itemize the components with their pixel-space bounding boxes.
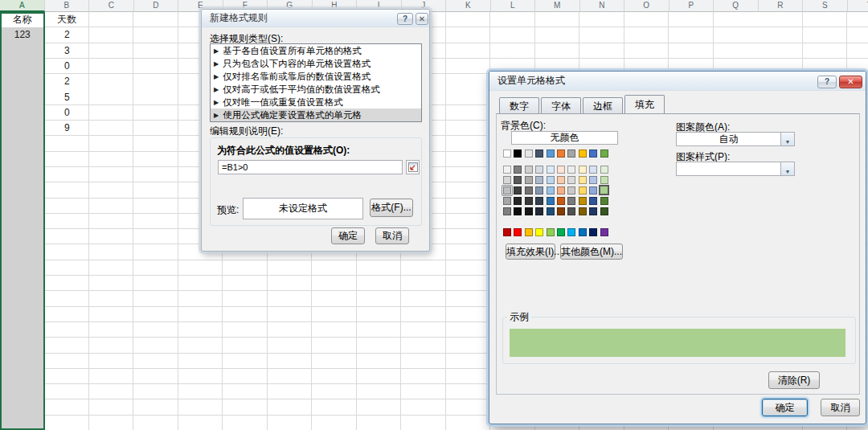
close-icon[interactable]: ✕ bbox=[416, 13, 428, 25]
cell-B6[interactable]: 5 bbox=[45, 90, 90, 105]
help-button[interactable]: ? bbox=[817, 76, 837, 88]
rule-type-option[interactable]: ▶只为包含以下内容的单元格设置格式 bbox=[211, 57, 421, 70]
color-swatch[interactable] bbox=[547, 186, 555, 195]
tab-边框[interactable]: 边框 bbox=[583, 97, 623, 113]
color-swatch[interactable] bbox=[514, 176, 522, 184]
color-swatch[interactable] bbox=[503, 166, 511, 174]
color-swatch[interactable] bbox=[525, 197, 533, 205]
rule-type-option[interactable]: ▶基于各自值设置所有单元格的格式 bbox=[211, 44, 421, 57]
color-swatch[interactable] bbox=[600, 207, 608, 215]
dropdown-arrow-icon[interactable]: ▼ bbox=[780, 162, 794, 175]
color-swatch[interactable] bbox=[547, 166, 555, 174]
color-swatch[interactable] bbox=[535, 176, 543, 184]
color-swatch[interactable] bbox=[503, 186, 511, 195]
color-swatch[interactable] bbox=[535, 186, 543, 195]
color-swatch[interactable] bbox=[503, 228, 511, 236]
color-swatch[interactable] bbox=[514, 197, 522, 205]
color-swatch[interactable] bbox=[547, 228, 555, 236]
color-swatch[interactable] bbox=[525, 149, 533, 158]
cell-B5[interactable]: 2 bbox=[45, 74, 90, 89]
color-swatch[interactable] bbox=[589, 207, 597, 215]
color-swatch[interactable] bbox=[525, 207, 533, 215]
color-swatch[interactable] bbox=[600, 176, 608, 184]
column-header-A[interactable]: A bbox=[0, 0, 45, 12]
color-swatch[interactable] bbox=[600, 197, 608, 205]
ok-button[interactable]: 确定 bbox=[762, 399, 808, 416]
color-swatch[interactable] bbox=[535, 149, 543, 158]
dialog-titlebar[interactable]: 新建格式规则 bbox=[202, 10, 429, 27]
pattern-color-dropdown[interactable]: 自动 ▼ bbox=[676, 132, 795, 146]
rule-type-option[interactable]: ▶使用公式确定要设置格式的单元格 bbox=[211, 109, 421, 121]
color-swatch[interactable] bbox=[600, 228, 608, 236]
no-color-button[interactable]: 无颜色 bbox=[511, 131, 618, 145]
column-header-C[interactable]: C bbox=[89, 0, 134, 12]
color-swatch[interactable] bbox=[557, 197, 565, 205]
color-swatch[interactable] bbox=[589, 186, 597, 195]
more-colors-button[interactable]: 其他颜色(M)... bbox=[560, 244, 623, 260]
column-header-R[interactable]: R bbox=[759, 0, 804, 12]
rule-type-option[interactable]: ▶仅对唯一值或重复值设置格式 bbox=[211, 96, 421, 109]
column-header-B[interactable]: B bbox=[45, 0, 90, 12]
ok-button[interactable]: 确定 bbox=[331, 227, 365, 244]
color-swatch[interactable] bbox=[514, 228, 522, 236]
color-swatch[interactable] bbox=[503, 207, 511, 215]
cancel-button[interactable]: 取消 bbox=[375, 227, 409, 244]
cell-B2[interactable]: 2 bbox=[45, 27, 90, 43]
help-button[interactable]: ? bbox=[397, 13, 413, 25]
column-header-K[interactable]: K bbox=[446, 0, 491, 12]
rule-type-listbox[interactable]: ▶基于各自值设置所有单元格的格式▶只为包含以下内容的单元格设置格式▶仅对排名靠前… bbox=[210, 43, 422, 122]
color-swatch[interactable] bbox=[579, 149, 587, 158]
color-swatch[interactable] bbox=[567, 228, 575, 236]
color-swatch[interactable] bbox=[547, 149, 555, 158]
color-swatch[interactable] bbox=[547, 207, 555, 215]
color-swatch[interactable] bbox=[525, 228, 533, 236]
color-swatch[interactable] bbox=[567, 197, 575, 205]
color-swatch[interactable] bbox=[599, 185, 609, 195]
cell-B1[interactable]: 天数 bbox=[45, 12, 90, 27]
color-swatch[interactable] bbox=[589, 149, 597, 158]
color-swatch[interactable] bbox=[589, 197, 597, 205]
color-swatch[interactable] bbox=[535, 197, 543, 205]
color-swatch[interactable] bbox=[589, 166, 597, 174]
color-swatch[interactable] bbox=[514, 186, 522, 195]
cell-B3[interactable]: 3 bbox=[45, 43, 90, 59]
color-swatch[interactable] bbox=[579, 207, 587, 215]
color-swatch[interactable] bbox=[503, 176, 511, 184]
column-header-D[interactable]: D bbox=[134, 0, 179, 12]
color-swatch[interactable] bbox=[567, 186, 575, 195]
rule-type-option[interactable]: ▶仅对高于或低于平均值的数值设置格式 bbox=[211, 83, 421, 96]
dropdown-arrow-icon[interactable]: ▼ bbox=[780, 133, 794, 145]
color-swatch[interactable] bbox=[525, 176, 533, 184]
color-swatch[interactable] bbox=[589, 176, 597, 184]
color-swatch[interactable] bbox=[579, 176, 587, 184]
color-swatch[interactable] bbox=[535, 228, 543, 236]
cell-B4[interactable]: 0 bbox=[45, 59, 90, 74]
color-swatch[interactable] bbox=[579, 186, 587, 195]
color-swatch[interactable] bbox=[547, 197, 555, 205]
color-swatch[interactable] bbox=[567, 149, 575, 158]
color-swatch[interactable] bbox=[503, 149, 511, 158]
column-header-L[interactable]: L bbox=[491, 0, 536, 12]
color-swatch[interactable] bbox=[600, 166, 608, 174]
cell-A2[interactable]: 123 bbox=[0, 27, 45, 43]
column-header-T[interactable]: T bbox=[848, 0, 868, 12]
column-header-O[interactable]: O bbox=[624, 0, 669, 12]
color-swatch[interactable] bbox=[567, 166, 575, 174]
cell-B7[interactable]: 0 bbox=[45, 105, 90, 121]
color-swatch[interactable] bbox=[535, 207, 543, 215]
color-swatch[interactable] bbox=[514, 207, 522, 215]
color-swatch[interactable] bbox=[525, 166, 533, 174]
color-swatch[interactable] bbox=[514, 149, 522, 158]
color-swatch[interactable] bbox=[579, 166, 587, 174]
cell-B8[interactable]: 9 bbox=[45, 121, 90, 136]
tab-字体[interactable]: 字体 bbox=[541, 97, 581, 113]
color-swatch[interactable] bbox=[514, 166, 522, 174]
color-swatch[interactable] bbox=[579, 197, 587, 205]
color-swatch[interactable] bbox=[600, 149, 608, 158]
column-header-N[interactable]: N bbox=[580, 0, 625, 12]
formula-input[interactable]: =B1>0 bbox=[218, 160, 403, 174]
column-header-S[interactable]: S bbox=[803, 0, 848, 12]
pattern-style-dropdown[interactable]: ▼ bbox=[676, 162, 795, 176]
tab-数字[interactable]: 数字 bbox=[499, 97, 539, 113]
close-icon[interactable]: ✕ bbox=[839, 76, 862, 88]
